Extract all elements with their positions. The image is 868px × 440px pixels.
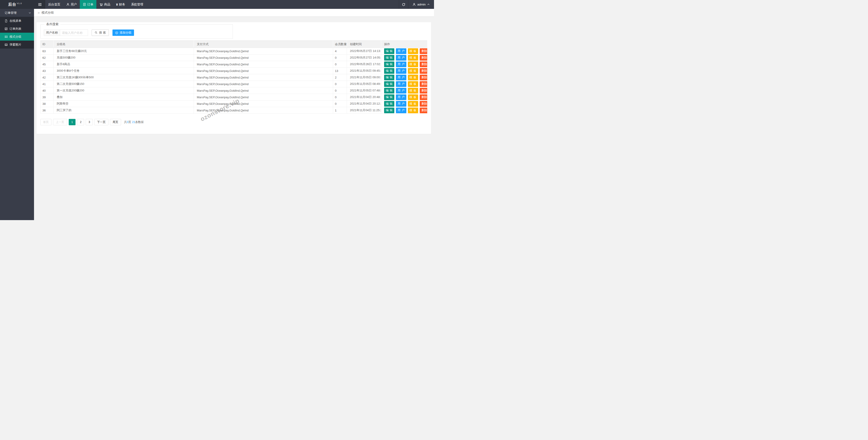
delete-button[interactable]: 删除	[420, 108, 427, 113]
cell-id: 43	[40, 68, 54, 74]
user-button[interactable]: 用 户	[396, 94, 406, 100]
table-row: 39叠加MarsPay,SEP,Oceanpay,GoldInd,QeInd02…	[40, 94, 427, 100]
delete-button[interactable]: 删除	[420, 81, 427, 87]
sidebar-group-order-management[interactable]: 订单管理	[0, 9, 34, 17]
template-button[interactable]: 模 板	[408, 61, 418, 67]
table-row: 40第一次充值200赚200MarsPay,SEP,Oceanpay,GoldI…	[40, 87, 427, 94]
delete-button[interactable]: 删除	[420, 48, 427, 54]
template-button[interactable]: 模 板	[408, 88, 418, 93]
image-icon	[4, 43, 8, 46]
sidebar-toggle-icon[interactable]	[37, 2, 43, 7]
edit-button[interactable]: 编 辑	[384, 101, 394, 107]
nav-item-system[interactable]: 系统管理	[128, 0, 146, 9]
last-page-button[interactable]: 尾页	[110, 119, 121, 125]
app-version: V1.0	[17, 2, 22, 4]
page-button-2[interactable]: 2	[77, 119, 84, 125]
nav-item-finance[interactable]: ¥ 财务	[113, 0, 128, 9]
col-created-time: 创建时间	[347, 40, 381, 48]
username: admin	[417, 3, 426, 6]
search-fieldset: 条件搜索 用户名称 搜 索	[40, 22, 233, 39]
template-button[interactable]: 模 板	[408, 101, 418, 107]
edit-button[interactable]: 编 辑	[384, 81, 394, 87]
page-button-1[interactable]: 1	[69, 119, 76, 125]
page-button-3[interactable]: 3	[86, 119, 93, 125]
user-button[interactable]: 用 户	[396, 68, 406, 74]
user-button[interactable]: 用 户	[396, 88, 406, 93]
user-button[interactable]: 用 户	[396, 55, 406, 61]
sidebar-item-label: 模式分组	[9, 35, 21, 39]
cell-members: 0	[333, 94, 347, 100]
plus-circle-icon	[115, 31, 118, 34]
edit-button[interactable]: 编 辑	[384, 61, 394, 67]
cell-name: 阿斯蒂芬	[54, 100, 194, 107]
search-button-label: 搜 索	[99, 31, 106, 35]
order-icon	[83, 3, 86, 6]
delete-button[interactable]: 删除	[420, 68, 427, 74]
template-button[interactable]: 模 板	[408, 94, 418, 100]
template-button[interactable]: 模 板	[408, 81, 418, 87]
order-list-icon	[4, 27, 8, 30]
template-button[interactable]: 模 板	[408, 48, 418, 54]
nav-item-users[interactable]: 用户	[63, 0, 80, 9]
search-button[interactable]: 搜 索	[92, 29, 109, 36]
nav-item-home[interactable]: 后台首页	[45, 0, 63, 9]
delete-button[interactable]: 删除	[420, 101, 427, 107]
nav-item-orders[interactable]: 订单	[80, 0, 96, 9]
cell-created: 2022年05月27日 14:05:44	[347, 55, 381, 61]
delete-button[interactable]: 删除	[420, 94, 427, 100]
edit-button[interactable]: 编 辑	[384, 108, 394, 113]
sidebar-item-popup-images[interactable]: 弹窗图片	[0, 40, 34, 49]
nav-item-goods[interactable]: 商品	[96, 0, 113, 9]
cell-name: 新手8商品	[54, 61, 194, 68]
edit-button[interactable]: 编 辑	[384, 88, 394, 93]
delete-button[interactable]: 删除	[420, 88, 427, 93]
nav-label: 财务	[119, 2, 125, 7]
cell-members: 2	[333, 74, 347, 81]
cell-name: 第三次充值1K赚300补单500	[54, 74, 194, 81]
user-button[interactable]: 用 户	[396, 108, 406, 113]
refresh-icon[interactable]	[399, 0, 408, 9]
cell-name: 新手三任务68元赚20元	[54, 48, 194, 55]
cell-pay: MarsPay,SEP,Oceanpay,GoldInd,QeInd	[194, 87, 333, 94]
sidebar-item-online-dispatch[interactable]: 在线派单	[0, 17, 34, 25]
col-id: ID	[40, 40, 54, 48]
delete-button[interactable]: 删除	[420, 61, 427, 67]
template-button[interactable]: 模 板	[408, 55, 418, 61]
table-row: 63新手三任务68元赚20元MarsPay,SEP,Oceanpay,GoldI…	[40, 48, 427, 55]
user-button[interactable]: 用 户	[396, 101, 406, 107]
cell-members: 0	[333, 61, 347, 68]
search-icon	[95, 31, 98, 34]
delete-button[interactable]: 删除	[420, 75, 427, 80]
add-group-button[interactable]: 添加分组	[113, 29, 134, 36]
edit-button[interactable]: 编 辑	[384, 48, 394, 54]
cell-id: 45	[40, 61, 54, 68]
user-button[interactable]: 用 户	[396, 81, 406, 87]
template-button[interactable]: 模 板	[408, 75, 418, 80]
edit-button[interactable]: 编 辑	[384, 68, 394, 74]
user-button[interactable]: 用 户	[396, 48, 406, 54]
breadcrumb-caret-icon: »	[38, 11, 40, 14]
edit-button[interactable]: 编 辑	[384, 75, 394, 80]
nav-label: 用户	[71, 2, 77, 7]
dispatch-file-icon	[4, 19, 8, 23]
template-button[interactable]: 模 板	[408, 108, 418, 113]
user-menu[interactable]: admin	[408, 0, 434, 9]
sidebar-item-order-list[interactable]: 订单列表	[0, 25, 34, 33]
cell-pay: MarsPay,SEP,Oceanpay,GoldInd,QeInd	[194, 55, 333, 61]
username-input[interactable]	[60, 29, 88, 36]
cell-created: 2021年11月04日 20:12:32	[347, 100, 381, 107]
template-button[interactable]: 模 板	[408, 68, 418, 74]
user-button[interactable]: 用 户	[396, 75, 406, 80]
delete-button[interactable]: 删除	[420, 55, 427, 61]
group-icon	[4, 35, 8, 38]
cell-id: 62	[40, 55, 54, 61]
chevron-down-icon	[28, 11, 31, 14]
cell-actions: 编 辑用 户模 板删除	[381, 94, 427, 100]
edit-button[interactable]: 编 辑	[384, 55, 394, 61]
next-page-button[interactable]: 下一页	[94, 119, 108, 125]
sidebar-item-mode-groups[interactable]: 模式分组	[0, 33, 34, 40]
user-button[interactable]: 用 户	[396, 61, 406, 67]
groups-table: ID 分组名 支付方式 会员数量 创建时间 操作 63新手三任务68元赚20元M…	[40, 40, 427, 114]
cell-members: 4	[333, 48, 347, 55]
edit-button[interactable]: 编 辑	[384, 94, 394, 100]
